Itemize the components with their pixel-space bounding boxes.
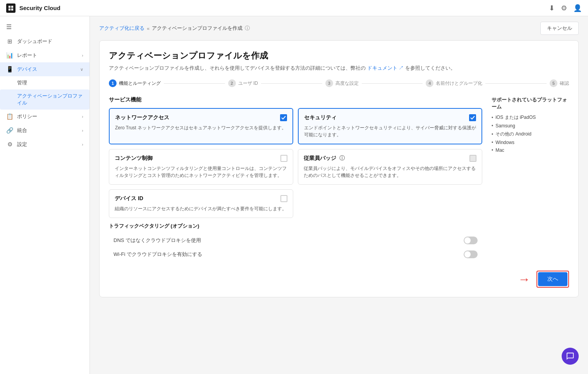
chat-fab-button[interactable] <box>562 348 579 365</box>
integrations-arrow: › <box>82 128 83 133</box>
policy-arrow: › <box>82 114 83 119</box>
sidebar-label-devices: デバイス <box>17 66 76 73</box>
sidebar-item-policy[interactable]: 📋 ポリシー › <box>0 110 89 124</box>
feature-name-device-id: デバイス ID <box>115 195 143 202</box>
step-4: 4 名前付けとグループ化 <box>426 79 482 87</box>
step-2-num: 2 <box>228 79 236 87</box>
svg-rect-3 <box>11 8 13 10</box>
step-4-num: 4 <box>426 79 433 87</box>
platform-ios: • iOS または iPadOS <box>492 114 569 121</box>
sidebar-item-integrations[interactable]: 🔗 統合 › <box>0 124 89 137</box>
feature-card-network-access[interactable]: ネットワークアクセス Zero Trust ネットワークアクセスはセキュアネット… <box>109 108 293 144</box>
feature-desc-security: エンドポイントとネットワークセキュリティにより、サイバー脅威に対する保護が可能に… <box>304 124 476 138</box>
sidebar-toggle[interactable]: ☰ <box>0 19 89 34</box>
sidebar-label-reports: レポート <box>17 52 78 59</box>
feature-card-header-network: ネットワークアクセス <box>115 114 287 121</box>
sidebar: ☰ ⊞ ダッシュボード 📊 レポート › 📱 デバイス ∨ 管理 アクティベーシ… <box>0 16 90 374</box>
breadcrumb-separator: « <box>147 26 150 31</box>
policy-icon: 📋 <box>6 113 13 120</box>
devices-icon: 📱 <box>6 66 13 73</box>
toggle-wifi[interactable] <box>464 250 478 258</box>
breadcrumb-bar: アクティブ化に戻る « アクティベーションプロファイルを作成 ⓘ キャンセル <box>90 16 588 40</box>
sidebar-label-policy: ポリシー <box>17 113 78 120</box>
page-title: アクティベーションプロファイルを作成 <box>109 50 569 62</box>
step-5: 5 確認 <box>550 79 569 87</box>
feature-desc-network: Zero Trust ネットワークアクセスはセキュアネットワークアクセスを提供し… <box>115 124 287 131</box>
badge-help-icon: ⓘ <box>339 155 345 161</box>
toggle-row-dns: DNS ではなくクラウドプロキシを使用 <box>109 233 482 247</box>
settings-arrow: › <box>82 142 83 147</box>
feature-card-device-id[interactable]: デバイス ID 組織のリソースにアクセスするためにデバイスが満たすべき要件を可能… <box>109 189 293 218</box>
step-5-label: 確認 <box>560 80 569 87</box>
activation-profiles-label: アクティベーションプロファイル <box>17 93 83 106</box>
step-3: 3 高度な設定 <box>325 79 359 87</box>
bottom-actions: → 次へ <box>109 271 569 288</box>
red-arrow-icon: → <box>518 273 530 285</box>
checkbox-security[interactable] <box>469 114 476 121</box>
topbar-left: Security Cloud <box>6 3 60 13</box>
toggle-label-dns: DNS ではなくクラウドプロキシを使用 <box>113 237 201 244</box>
traffic-section: トラフィックベクタリング (オプション) DNS ではなくクラウドプロキシを使用… <box>109 223 482 261</box>
next-button[interactable]: 次へ <box>538 272 567 286</box>
supported-platforms-section: サポートされているプラットフォーム • iOS または iPadOS • Sam… <box>492 96 569 261</box>
sidebar-item-reports[interactable]: 📊 レポート › <box>0 48 89 62</box>
svg-rect-2 <box>9 8 10 10</box>
feature-card-employee-badge[interactable]: 従業員バッジ ⓘ 従業員バッジにより、モバイルデバイスをオフィスやその他の場所に… <box>298 149 482 185</box>
management-label: 管理 <box>17 80 27 86</box>
step-2-label: ユーザ ID <box>238 80 258 87</box>
settings-icon[interactable]: ⚙ <box>561 4 567 12</box>
toggle-label-wifi: Wi-Fi でクラウドプロキシを有効にする <box>113 251 202 258</box>
feature-card-header-security: セキュリティ <box>304 114 476 121</box>
sidebar-subitem-activation-profiles[interactable]: アクティベーションプロファイル <box>0 89 89 110</box>
dashboard-icon: ⊞ <box>6 38 13 45</box>
app-title: Security Cloud <box>19 5 60 11</box>
feature-name-content: コンテンツ制御 <box>115 155 153 162</box>
page-desc-prefix: アクティベーションプロファイルを作成し、それらを使用してデバイスを登録する方法の… <box>109 65 366 71</box>
sidebar-label-settings: 設定 <box>17 141 78 148</box>
step-line-3 <box>362 83 423 84</box>
sidebar-item-devices[interactable]: 📱 デバイス ∨ <box>0 62 89 76</box>
steps-bar: 1 機能とルーティング 2 ユーザ ID 3 高度な設定 4 名前付けとグループ… <box>109 79 569 87</box>
layout: ☰ ⊞ ダッシュボード 📊 レポート › 📱 デバイス ∨ 管理 アクティベーシ… <box>0 16 588 374</box>
topbar: Security Cloud ⬇ ⚙ 👤 <box>0 0 588 16</box>
reports-arrow: › <box>82 53 83 58</box>
step-3-num: 3 <box>325 79 333 87</box>
reports-icon: 📊 <box>6 52 13 59</box>
sidebar-label-integrations: 統合 <box>17 127 78 134</box>
breadcrumb-current: アクティベーションプロファイルを作成 <box>152 25 242 32</box>
next-button-wrapper: 次へ <box>536 271 569 288</box>
integrations-icon: 🔗 <box>6 127 13 134</box>
traffic-title: トラフィックベクタリング (オプション) <box>109 223 482 230</box>
content-card: アクティベーションプロファイルを作成 アクティベーションプロファイルを作成し、そ… <box>99 40 579 297</box>
platform-samsung: • Samsung <box>492 123 569 129</box>
feature-card-content-control[interactable]: コンテンツ制御 インターネットコンテンツフィルタリングと使用量コントロールは、コ… <box>109 149 293 185</box>
step-1-num: 1 <box>109 79 117 87</box>
checkbox-content-control[interactable] <box>280 155 287 162</box>
devices-arrow: ∨ <box>80 67 83 72</box>
feature-card-security[interactable]: セキュリティ エンドポイントとネットワークセキュリティにより、サイバー脅威に対す… <box>298 108 482 144</box>
toggle-dns[interactable] <box>464 237 478 244</box>
toggle-row-wifi: Wi-Fi でクラウドプロキシを有効にする <box>109 247 482 261</box>
checkbox-network-access[interactable] <box>280 114 287 121</box>
cancel-button[interactable]: キャンセル <box>540 22 579 35</box>
checkbox-device-id[interactable] <box>280 195 287 202</box>
sidebar-item-dashboard[interactable]: ⊞ ダッシュボード <box>0 34 89 48</box>
service-features-title: サービス機能 <box>109 96 482 103</box>
main-content: アクティブ化に戻る « アクティベーションプロファイルを作成 ⓘ キャンセル ア… <box>90 16 588 374</box>
sidebar-item-settings[interactable]: ⚙ 設定 › <box>0 137 89 151</box>
sidebar-subitem-management[interactable]: 管理 <box>0 76 89 89</box>
page-desc-suffix: を参照してください。 <box>405 65 456 71</box>
doc-link[interactable]: ドキュメント ↗ <box>367 65 404 71</box>
download-icon[interactable]: ⬇ <box>549 4 555 12</box>
step-4-label: 名前付けとグループ化 <box>436 80 482 87</box>
feature-name-security: セキュリティ <box>304 114 337 121</box>
account-icon[interactable]: 👤 <box>573 4 582 12</box>
breadcrumb-help-icon[interactable]: ⓘ <box>245 25 250 32</box>
feature-card-header-badge: 従業員バッジ ⓘ <box>304 155 476 162</box>
breadcrumb-back-link[interactable]: アクティブ化に戻る <box>99 25 144 32</box>
step-line-4 <box>485 83 547 84</box>
section-layout: サービス機能 ネットワークアクセス Zero Trust ネットワークアク <box>109 96 569 261</box>
platform-windows: • Windows <box>492 140 569 145</box>
feature-card-header-device-id: デバイス ID <box>115 195 287 202</box>
svg-rect-1 <box>11 5 13 7</box>
